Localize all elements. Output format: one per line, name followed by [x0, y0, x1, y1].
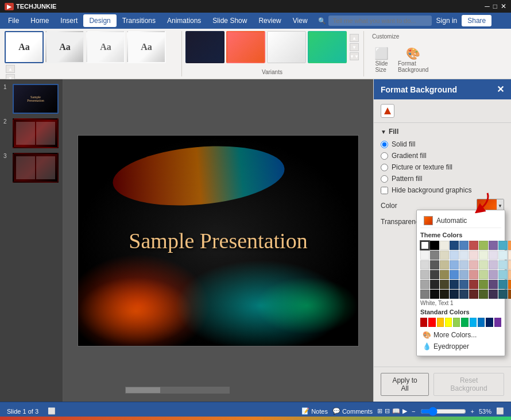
- menu-review[interactable]: Review: [253, 14, 287, 27]
- theme-color-swatch[interactable]: [420, 241, 429, 250]
- theme-item-4[interactable]: Aa: [127, 31, 166, 63]
- standard-color-swatch[interactable]: [486, 318, 493, 327]
- more-colors-link[interactable]: 🎨 More Colors...: [420, 329, 501, 341]
- theme-color-swatch[interactable]: [450, 251, 459, 260]
- horizontal-scrollbar[interactable]: [125, 387, 230, 394]
- theme-item-2[interactable]: Aa: [45, 31, 84, 63]
- apply-to-all-button[interactable]: Apply to All: [381, 373, 429, 396]
- variant-item-2[interactable]: [226, 31, 265, 63]
- theme-color-swatch[interactable]: [420, 280, 429, 289]
- slide-thumb-2[interactable]: 2: [3, 118, 59, 148]
- variants-scroll-up[interactable]: ▲: [350, 34, 359, 42]
- standard-color-swatch[interactable]: [494, 318, 501, 327]
- theme-color-swatch[interactable]: [450, 270, 459, 279]
- standard-color-swatch[interactable]: [428, 318, 435, 327]
- theme-color-swatch[interactable]: [430, 290, 439, 299]
- panel-close-button[interactable]: ✕: [497, 84, 504, 95]
- theme-color-swatch[interactable]: [440, 251, 449, 260]
- theme-color-swatch[interactable]: [479, 270, 488, 279]
- theme-color-swatch[interactable]: [459, 241, 469, 250]
- variant-item-3[interactable]: [267, 31, 306, 63]
- format-background-button[interactable]: 🎨 FormatBackground: [396, 44, 431, 75]
- pattern-fill-radio[interactable]: [381, 175, 388, 183]
- variant-item-1[interactable]: [185, 31, 224, 63]
- theme-color-swatch[interactable]: [469, 251, 478, 260]
- theme-color-swatch[interactable]: [440, 270, 449, 279]
- menu-file[interactable]: File: [2, 14, 25, 27]
- theme-color-swatch[interactable]: [420, 251, 429, 260]
- normal-view-button[interactable]: ⊞: [377, 407, 382, 415]
- standard-color-swatch[interactable]: [461, 318, 468, 327]
- menu-transitions[interactable]: Transitions: [117, 14, 161, 27]
- theme-color-swatch[interactable]: [498, 290, 508, 299]
- theme-color-swatch[interactable]: [430, 241, 439, 250]
- slide-size-button[interactable]: ⬜ SlideSize: [372, 44, 391, 75]
- fill-section-header[interactable]: ▼ Fill: [381, 128, 504, 136]
- window-controls[interactable]: ─ □ ✕: [485, 2, 506, 10]
- theme-color-swatch[interactable]: [469, 241, 478, 250]
- theme-color-swatch[interactable]: [498, 241, 508, 250]
- theme-color-swatch[interactable]: [430, 251, 439, 260]
- fit-window-button[interactable]: ⬜: [496, 407, 504, 415]
- theme-color-swatch[interactable]: [469, 270, 478, 279]
- slide-preview-3[interactable]: [13, 153, 59, 183]
- menu-design[interactable]: Design: [83, 14, 116, 27]
- slide-preview-1[interactable]: SamplePresentation: [13, 84, 59, 114]
- theme-color-swatch[interactable]: [508, 241, 511, 250]
- variant-item-4[interactable]: [308, 31, 347, 63]
- theme-color-swatch[interactable]: [450, 241, 459, 250]
- theme-color-swatch[interactable]: [430, 260, 439, 269]
- standard-color-swatch[interactable]: [445, 318, 452, 327]
- theme-color-swatch[interactable]: [479, 241, 488, 250]
- themes-scroll-up[interactable]: ▲: [6, 65, 15, 73]
- h-scrollbar-thumb[interactable]: [126, 387, 160, 393]
- search-input[interactable]: [328, 16, 432, 26]
- theme-color-swatch[interactable]: [469, 280, 478, 289]
- theme-color-swatch[interactable]: [489, 251, 498, 260]
- theme-color-swatch[interactable]: [469, 290, 478, 299]
- theme-color-swatch[interactable]: [450, 290, 459, 299]
- theme-color-swatch[interactable]: [489, 260, 498, 269]
- fit-slide-icon[interactable]: ⬜: [48, 407, 56, 415]
- theme-color-swatch[interactable]: [440, 280, 449, 289]
- standard-color-swatch[interactable]: [478, 318, 485, 327]
- theme-color-swatch[interactable]: [420, 290, 429, 299]
- theme-color-swatch[interactable]: [420, 270, 429, 279]
- theme-color-swatch[interactable]: [508, 290, 511, 299]
- reading-view-button[interactable]: 📖: [392, 407, 400, 415]
- menu-slideshow[interactable]: Slide Show: [207, 14, 253, 27]
- picture-fill-radio[interactable]: [381, 164, 388, 171]
- theme-color-swatch[interactable]: [508, 260, 511, 269]
- hide-bg-checkbox[interactable]: [381, 187, 388, 194]
- menu-animations[interactable]: Animations: [161, 14, 207, 27]
- theme-color-swatch[interactable]: [459, 260, 469, 269]
- theme-color-swatch[interactable]: [459, 251, 469, 260]
- automatic-color-option[interactable]: Automatic: [420, 214, 501, 228]
- slideshow-button[interactable]: ▶: [402, 407, 407, 415]
- theme-color-swatch[interactable]: [430, 280, 439, 289]
- theme-color-swatch[interactable]: [459, 270, 469, 279]
- standard-color-swatch[interactable]: [453, 318, 460, 327]
- reset-background-button[interactable]: Reset Background: [433, 373, 504, 396]
- share-button[interactable]: Share: [462, 15, 491, 26]
- theme-color-swatch[interactable]: [498, 260, 508, 269]
- slide-thumb-1[interactable]: 1 SamplePresentation: [3, 84, 59, 114]
- slide-preview-2[interactable]: [13, 118, 59, 148]
- theme-color-swatch[interactable]: [498, 280, 508, 289]
- theme-color-swatch[interactable]: [508, 280, 511, 289]
- menu-insert[interactable]: Insert: [55, 14, 83, 27]
- variants-scroll-down[interactable]: ▼: [350, 43, 359, 51]
- theme-item-1[interactable]: Aa: [5, 31, 44, 63]
- notes-button[interactable]: 📝 Notes: [301, 407, 328, 415]
- theme-color-swatch[interactable]: [489, 270, 498, 279]
- theme-color-swatch[interactable]: [498, 251, 508, 260]
- menu-view[interactable]: View: [287, 14, 313, 27]
- sign-in-link[interactable]: Sign in: [436, 17, 458, 25]
- fill-icon[interactable]: [381, 104, 394, 118]
- theme-color-swatch[interactable]: [440, 260, 449, 269]
- eyedropper-link[interactable]: 💧 Eyedropper: [420, 341, 501, 352]
- theme-color-swatch[interactable]: [489, 290, 498, 299]
- comments-button[interactable]: 💬 Comments: [332, 407, 373, 415]
- theme-color-swatch[interactable]: [489, 241, 498, 250]
- theme-color-swatch[interactable]: [508, 251, 511, 260]
